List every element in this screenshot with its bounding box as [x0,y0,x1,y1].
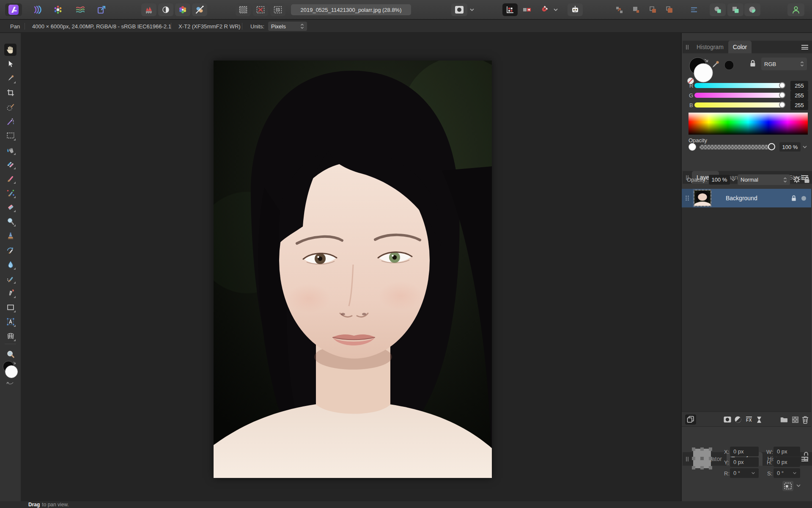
auto-contrast-button[interactable] [158,3,173,16]
delete-layer-button[interactable] [800,414,811,425]
eraser-tool[interactable] [4,201,16,213]
quick-mask-button[interactable] [451,3,467,16]
auto-white-balance-button[interactable] [192,3,207,16]
invert-selection-button[interactable] [270,3,285,16]
panel-drag-handle[interactable] [686,45,689,50]
transform-origin-button[interactable] [782,481,793,491]
slider-g-value[interactable]: 255 [790,91,808,100]
snapping-dropdown[interactable] [552,3,560,16]
layer-drag-grip[interactable] [682,189,693,207]
force-pixel-alignment-button[interactable] [502,3,518,16]
layer-thumbnail-frame[interactable] [694,190,711,207]
slider-r-track[interactable] [694,83,783,88]
r-field[interactable]: 0 ° [730,468,759,478]
dodge-brush-tool[interactable] [4,215,16,227]
document-photo[interactable] [214,61,492,478]
layers-opacity-value[interactable]: 100 % [709,175,730,185]
geometry-add-button[interactable] [710,3,726,16]
move-tool[interactable] [4,58,16,70]
alignment-button[interactable] [687,3,701,16]
slider-b-knob[interactable] [779,102,785,108]
x-field[interactable]: 0 px [730,447,759,456]
adjustment-layer-button[interactable] [732,414,743,425]
text-tool[interactable] [4,315,16,328]
group-layers-button[interactable] [779,414,790,425]
transform-anchor-selector[interactable] [693,449,711,468]
clone-stamp-tool[interactable] [4,229,16,242]
gear-icon[interactable] [793,175,801,184]
liquify-persona-button[interactable] [73,3,88,16]
lock-icon[interactable] [804,176,810,184]
tone-mapping-persona-button[interactable] [50,3,66,16]
h-field[interactable]: 0 px [774,457,800,467]
mesh-warp-tool[interactable] [4,330,16,342]
new-pixel-layer-button[interactable] [790,414,801,425]
gradient-tool[interactable] [4,158,16,170]
zoom-tool[interactable] [4,348,16,360]
rectangle-shape-tool[interactable] [4,301,16,313]
slider-b-track[interactable] [694,102,783,108]
pen-tool[interactable] [4,287,16,299]
smudge-tool[interactable] [4,272,16,284]
document-title-pill[interactable]: 2019_0525_11421300_polarr.jpg (28.8%) [291,4,411,15]
move-to-front-button[interactable] [662,3,677,16]
back-one-button[interactable] [629,3,643,16]
opacity-value[interactable]: 100 % [779,142,801,152]
invert-button[interactable] [754,414,765,425]
layer-row-background[interactable]: Background [682,189,811,207]
move-whole-pixels-button[interactable] [519,3,535,16]
opacity-track[interactable] [700,145,774,149]
slider-g-knob[interactable] [779,92,785,98]
color-replacement-brush-tool[interactable] [4,187,16,199]
rectangular-marquee-tool[interactable] [4,129,16,141]
flood-select-tool[interactable] [4,115,16,127]
mask-layer-button[interactable] [722,414,733,425]
blend-mode-select[interactable]: Normal [738,174,790,185]
tab-color[interactable]: Color [728,41,752,53]
link-dimensions-icon[interactable] [804,451,809,462]
affinity-photo-logo-button[interactable] [5,3,22,16]
y-field[interactable]: 0 px [730,457,759,467]
blur-tool[interactable] [4,258,16,271]
layer-visibility-dot[interactable] [801,196,806,201]
quick-mask-dropdown[interactable] [468,3,476,16]
color-spectrum-picker[interactable] [689,113,808,135]
deselect-button[interactable] [253,3,268,16]
opacity-knob[interactable] [768,143,775,150]
lock-icon[interactable] [749,59,756,68]
layer-lock-icon[interactable] [791,195,797,202]
assistant-button[interactable] [568,3,583,16]
compare-snapshots-button[interactable] [685,414,696,425]
tab-histogram[interactable]: Histogram [692,41,728,53]
canvas-viewport[interactable] [21,33,681,501]
s-field[interactable]: 0 ° [774,468,800,478]
auto-colour-button[interactable] [175,3,190,16]
layers-list-empty-area[interactable] [682,207,811,411]
slider-g-track[interactable] [694,93,783,98]
chevron-down-icon[interactable] [802,145,807,149]
hamburger-menu-icon[interactable] [801,45,808,50]
color-well[interactable] [1,359,20,397]
color-picker-tool[interactable] [4,72,16,84]
auto-levels-button[interactable] [141,3,156,16]
forward-one-button[interactable] [646,3,660,16]
units-select[interactable]: Pixels [268,22,307,31]
slider-r-knob[interactable] [779,82,785,88]
fg-bg-color-swatches[interactable] [685,55,736,85]
slider-r-value[interactable]: 255 [790,81,808,91]
undo-brush-tool[interactable] [4,244,16,256]
account-button[interactable] [787,3,804,16]
chevron-down-icon[interactable] [731,178,736,182]
chevron-down-icon[interactable] [796,484,801,487]
color-mode-select[interactable]: RGB [761,58,807,70]
snapping-button[interactable] [536,3,551,16]
view-tool[interactable] [4,44,16,56]
develop-persona-button[interactable] [29,3,44,16]
select-all-button[interactable] [236,3,251,16]
geometry-intersect-button[interactable] [744,3,760,16]
slider-b-value[interactable]: 255 [790,100,808,110]
w-field[interactable]: 0 px [774,447,800,456]
crop-tool[interactable] [4,86,16,99]
geometry-subtract-button[interactable] [727,3,743,16]
live-filter-button[interactable]: FX [743,414,754,425]
